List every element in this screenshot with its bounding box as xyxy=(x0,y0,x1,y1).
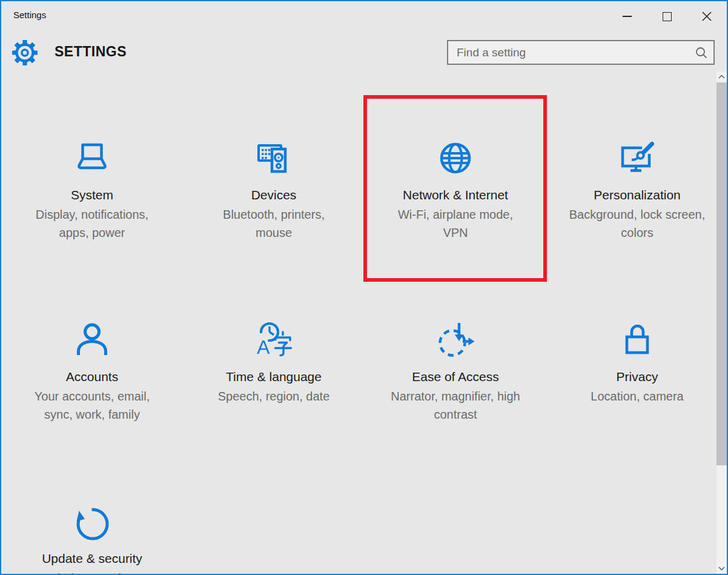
tile-privacy[interactable]: Privacy Location, camera xyxy=(546,280,728,462)
tile-ease-of-access[interactable]: Ease of Access Narrator, magnifier, high… xyxy=(365,280,546,462)
chevron-down-icon xyxy=(718,567,725,571)
tile-update-security[interactable]: Update & security Windows Update xyxy=(1,462,183,575)
tile-time-language[interactable]: A Time & language Speech, region, date xyxy=(183,280,365,462)
window-controls xyxy=(607,6,727,27)
tile-description: Display, notifications, apps, power xyxy=(22,205,162,242)
vertical-scrollbar xyxy=(716,71,727,574)
tile-label: Time & language xyxy=(226,368,322,385)
tile-description: Windows Update xyxy=(22,569,162,575)
tile-label: Network & Internet xyxy=(403,187,508,204)
magnifier-icon[interactable] xyxy=(689,46,713,59)
close-button[interactable] xyxy=(687,6,727,27)
scroll-down-button[interactable] xyxy=(716,563,727,574)
tile-accounts[interactable]: Accounts Your accounts, email, sync, wor… xyxy=(1,280,183,462)
tile-label: Update & security xyxy=(42,550,142,567)
tile-label: Personalization xyxy=(594,187,681,204)
minimize-icon xyxy=(623,16,632,17)
tile-description: Speech, region, date xyxy=(204,387,344,405)
tile-label: Privacy xyxy=(617,368,658,385)
tile-label: System xyxy=(71,187,113,204)
settings-tile-grid: System Display, notifications, apps, pow… xyxy=(1,98,728,575)
search-box xyxy=(447,40,715,65)
scroll-up-button[interactable] xyxy=(716,71,727,82)
titlebar: Settings xyxy=(1,1,727,29)
tile-description: Location, camera xyxy=(567,387,707,405)
dashed-clock-arrows-icon xyxy=(436,321,475,360)
tile-system[interactable]: System Display, notifications, apps, pow… xyxy=(1,98,183,280)
tile-description: Wi-Fi, airplane mode, VPN xyxy=(385,205,526,242)
tile-network-internet[interactable]: Network & Internet Wi-Fi, airplane mode,… xyxy=(365,98,546,280)
gear-icon xyxy=(12,39,38,66)
maximize-button[interactable] xyxy=(647,6,687,27)
window-title: Settings xyxy=(13,10,607,20)
minimize-button[interactable] xyxy=(607,6,647,27)
monitor-brush-icon xyxy=(618,139,657,178)
tile-description: Your accounts, email, sync, work, family xyxy=(22,387,162,424)
tile-description: Bluetooth, printers, mouse xyxy=(204,205,344,242)
close-icon xyxy=(701,11,712,22)
search-input[interactable] xyxy=(448,46,689,59)
tile-label: Devices xyxy=(251,187,297,204)
settings-window: { "window": { "title": "Settings", "cont… xyxy=(0,0,728,575)
clock-language-icon: A xyxy=(254,321,293,360)
tile-description: Narrator, magnifier, high contrast xyxy=(385,387,526,424)
keyboard-speaker-icon xyxy=(254,139,293,178)
tile-description: Background, lock screen, colors xyxy=(567,205,707,242)
globe-icon xyxy=(436,139,475,178)
tile-personalization[interactable]: Personalization Background, lock screen,… xyxy=(546,98,728,280)
svg-text:A: A xyxy=(257,336,270,358)
maximize-icon xyxy=(663,12,672,21)
refresh-arrow-icon xyxy=(73,503,111,542)
tile-devices[interactable]: Devices Bluetooth, printers, mouse xyxy=(183,98,365,280)
page-title: SETTINGS xyxy=(55,44,127,60)
tile-label: Ease of Access xyxy=(412,368,499,385)
laptop-icon xyxy=(73,139,111,178)
tile-label: Accounts xyxy=(66,368,118,385)
lock-icon xyxy=(618,321,657,360)
person-icon xyxy=(73,321,111,360)
scrollbar-thumb[interactable] xyxy=(716,82,727,465)
chevron-up-icon xyxy=(718,75,725,79)
